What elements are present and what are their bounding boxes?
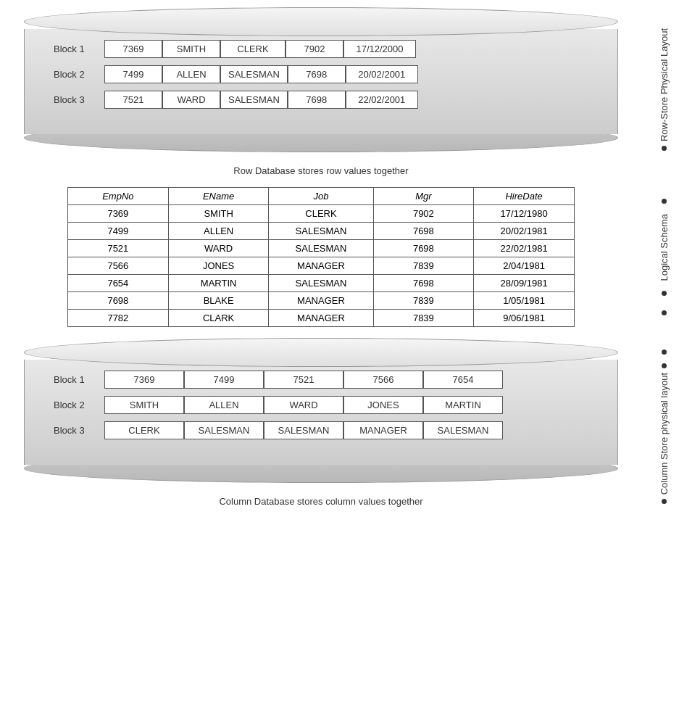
schema-cell-3-5: 22/02/1981 (474, 240, 575, 257)
col-store-cells-2: SMITHALLENWARDJONESMARTIN (104, 396, 503, 414)
schema-row-7: 7782CLARKMANAGER78399/06/1981 (68, 310, 575, 327)
row-store-block-label-2: Block 2 (54, 69, 104, 80)
schema-cell-6-1: 7698 (68, 292, 169, 310)
row-store-cell-3-3: SALESMAN (220, 91, 288, 109)
logical-schema-bullet-1 (662, 199, 667, 204)
schema-cell-7-5: 9/06/1981 (474, 310, 575, 327)
col-store-cell-2-1: SMITH (104, 396, 184, 414)
schema-cell-1-4: 7902 (373, 205, 474, 223)
logical-schema-bullet-2 (662, 291, 667, 296)
schema-cell-4-3: MANAGER (269, 257, 373, 275)
column-store-section: Block 173697499752175667654Block 2SMITHA… (7, 338, 693, 516)
col-store-cell-1-1: 7369 (104, 371, 184, 389)
schema-cell-2-2: ALLEN (168, 223, 269, 240)
schema-row-4: 7566JONESMANAGER78392/04/1981 (68, 257, 575, 275)
row-store-cell-1-2: SMITH (162, 40, 220, 58)
schema-cell-6-5: 1/05/1981 (474, 292, 575, 310)
row-store-right: Row-Store Physical Layout (635, 7, 693, 176)
row-store-cell-1-3: CLERK (220, 40, 286, 58)
schema-cell-3-1: 7521 (68, 240, 169, 257)
column-store-label: Column Store physical layout (659, 373, 670, 495)
row-store-cells-3: 7521WARDSALESMAN769822/02/2001 (104, 91, 418, 109)
col-store-cell-1-5: 7654 (423, 371, 503, 389)
schema-cell-1-5: 17/12/1980 (474, 205, 575, 223)
schema-cell-2-3: SALESMAN (269, 223, 373, 240)
schema-cell-1-2: SMITH (168, 205, 269, 223)
schema-cell-1-1: 7369 (68, 205, 169, 223)
schema-cell-6-2: BLAKE (168, 292, 269, 310)
schema-cell-4-2: JONES (168, 257, 269, 275)
row-store-disk-wrapper: Block 17369SMITHCLERK790217/12/2000Block… (24, 7, 618, 152)
row-store-cell-3-2: WARD (162, 91, 220, 109)
row-store-cell-3-4: 7698 (288, 91, 346, 109)
col-store-cells-3: CLERKSALESMANSALESMANMANAGERSALESMAN (104, 421, 503, 439)
column-store-right: Column Store physical layout (635, 338, 693, 516)
schema-cell-3-3: SALESMAN (269, 240, 373, 257)
logical-schema-section: EmpNoENameJobMgrHireDate 7369SMITHCLERK7… (7, 187, 693, 327)
col-store-cells-1: 73697499752175667654 (104, 371, 503, 389)
row-store-cell-2-2: ALLEN (162, 65, 220, 83)
row-store-cell-2-5: 20/02/2001 (346, 65, 418, 83)
schema-row-5: 7654MARTINSALESMAN769828/09/1981 (68, 275, 575, 292)
col-store-cell-2-5: MARTIN (423, 396, 503, 414)
schema-cell-4-1: 7566 (68, 257, 169, 275)
schema-header-4: Mgr (373, 188, 474, 205)
col-store-block-row-1: Block 173697499752175667654 (54, 371, 588, 389)
schema-row-1: 7369SMITHCLERK790217/12/1980 (68, 205, 575, 223)
schema-header-3: Job (269, 188, 373, 205)
schema-row-2: 7499ALLENSALESMAN769820/02/1981 (68, 223, 575, 240)
schema-cell-6-3: MANAGER (269, 292, 373, 310)
col-store-block-row-3: Block 3CLERKSALESMANSALESMANMANAGERSALES… (54, 421, 588, 439)
col-store-bullet-3 (662, 499, 667, 504)
logical-schema-right: Logical Schema (635, 187, 693, 327)
col-store-block-row-2: Block 2SMITHALLENWARDJONESMARTIN (54, 396, 588, 414)
row-store-cell-1-1: 7369 (104, 40, 162, 58)
schema-cell-3-2: WARD (168, 240, 269, 257)
column-store-left: Block 173697499752175667654Block 2SMITHA… (7, 338, 635, 516)
col-store-cell-3-2: SALESMAN (184, 421, 264, 439)
row-store-caption: Row Database stores row values together (233, 165, 408, 176)
schema-cell-2-4: 7698 (373, 223, 474, 240)
schema-header-2: EName (168, 188, 269, 205)
row-store-cell-1-4: 7902 (286, 40, 343, 58)
row-store-cells-2: 7499ALLENSALESMAN769820/02/2001 (104, 65, 418, 83)
row-store-cells-1: 7369SMITHCLERK790217/12/2000 (104, 40, 416, 58)
logical-schema-label: Logical Schema (659, 214, 670, 281)
col-store-block-label-1: Block 1 (54, 374, 104, 385)
row-store-block-row-2: Block 27499ALLENSALESMAN769820/02/2001 (54, 65, 588, 83)
schema-row-6: 7698BLAKEMANAGER78391/05/1981 (68, 292, 575, 310)
schema-cell-7-2: CLARK (168, 310, 269, 327)
col-store-cell-2-3: WARD (264, 396, 343, 414)
col-store-cell-1-3: 7521 (264, 371, 343, 389)
disk-top-ellipse (24, 7, 618, 36)
col-store-cell-3-3: SALESMAN (264, 421, 343, 439)
col-store-cell-1-4: 7566 (343, 371, 423, 389)
schema-cell-7-4: 7839 (373, 310, 474, 327)
col-disk-top-ellipse (24, 338, 618, 367)
schema-cell-5-5: 28/09/1981 (474, 275, 575, 292)
column-store-disk-body: Block 173697499752175667654Block 2SMITHA… (24, 360, 618, 465)
col-store-bullet-1 (662, 349, 667, 355)
schema-header-row: EmpNoENameJobMgrHireDate (68, 188, 575, 205)
schema-cell-4-5: 2/04/1981 (474, 257, 575, 275)
row-store-cell-1-5: 17/12/2000 (343, 40, 416, 58)
schema-thead: EmpNoENameJobMgrHireDate (68, 188, 575, 205)
col-store-block-label-3: Block 3 (54, 425, 104, 436)
col-store-cell-3-5: SALESMAN (423, 421, 503, 439)
row-store-cell-2-1: 7499 (104, 65, 162, 83)
schema-cell-7-1: 7782 (68, 310, 169, 327)
logical-schema-left: EmpNoENameJobMgrHireDate 7369SMITHCLERK7… (7, 187, 635, 327)
schema-header-1: EmpNo (68, 188, 169, 205)
row-store-block-row-3: Block 37521WARDSALESMAN769822/02/2001 (54, 91, 588, 109)
row-store-block-row-1: Block 17369SMITHCLERK790217/12/2000 (54, 40, 588, 58)
schema-cell-7-3: MANAGER (269, 310, 373, 327)
schema-body: 7369SMITHCLERK790217/12/19807499ALLENSAL… (68, 205, 575, 327)
col-store-blocks: Block 173697499752175667654Block 2SMITHA… (54, 371, 588, 439)
schema-cell-4-4: 7839 (373, 257, 474, 275)
col-store-bullet-2 (662, 363, 667, 368)
row-store-bullet (662, 146, 667, 151)
logical-schema-bullet-3 (662, 310, 667, 315)
schema-cell-5-2: MARTIN (168, 275, 269, 292)
full-layout: Block 17369SMITHCLERK790217/12/2000Block… (0, 7, 700, 519)
row-store-blocks: Block 17369SMITHCLERK790217/12/2000Block… (54, 40, 588, 109)
